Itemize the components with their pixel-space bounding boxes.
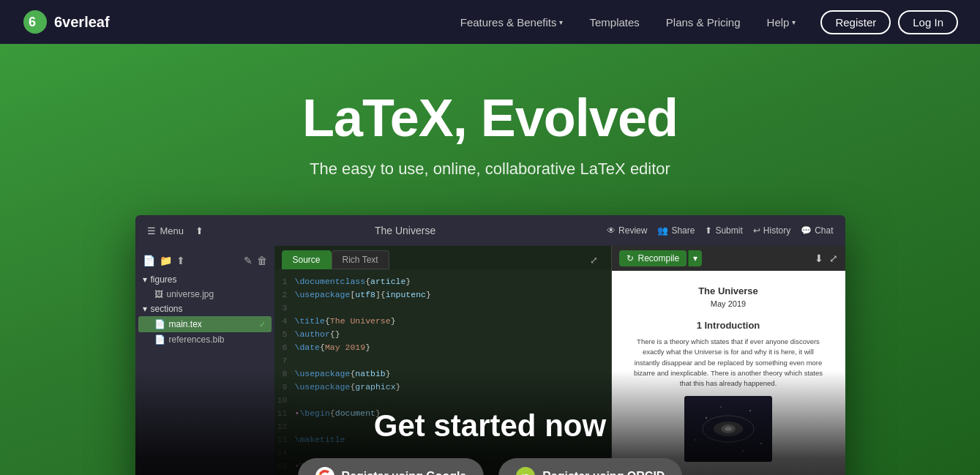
submit-button[interactable]: ⬆ Submit — [705, 225, 742, 236]
register-button[interactable]: Register — [820, 10, 891, 34]
register-orcid-button[interactable]: ID Register using ORCID — [498, 458, 682, 475]
folder-label-figures: figures — [151, 274, 177, 285]
preview-toolbar: ↻ Recompile ▾ ⬇ ⤢ — [612, 246, 845, 271]
login-button[interactable]: Log In — [898, 10, 958, 34]
bib-file-icon: 📄 — [154, 334, 165, 345]
topbar-actions: 👁 Review 👥 Share ⬆ Submit ↩ History 💬 — [607, 225, 833, 236]
tex-file-icon: 📄 — [154, 319, 165, 329]
nav-buttons: Register Log In — [820, 10, 958, 34]
hero-subtitle: The easy to use, online, collaborative L… — [15, 160, 965, 179]
recompile-dropdown[interactable]: ▾ — [688, 250, 702, 266]
folder-icon: ▾ — [143, 304, 147, 314]
upload-icon: ⬆ — [195, 225, 203, 236]
hero-title: LaTeX, Evolved — [15, 88, 965, 148]
editor-topbar: ☰ Menu ⬆ The Universe 👁 Review 👥 Share ⬆… — [135, 215, 845, 246]
chat-button[interactable]: 💬 Chat — [801, 225, 833, 236]
get-started-heading: Get started now — [374, 408, 606, 444]
tab-source[interactable]: Source — [282, 250, 332, 269]
expand-icon[interactable]: ⤢ — [584, 252, 604, 269]
preview-actions: ⬇ ⤢ — [815, 253, 838, 264]
bottom-overlay: Get started now Register using Google — [135, 370, 845, 475]
preview-section-title: 1 Introduction — [630, 320, 827, 331]
chevron-down-icon: ▾ — [792, 18, 796, 26]
nav-help[interactable]: Help ▾ — [757, 10, 807, 34]
expand-preview-icon[interactable]: ⤢ — [829, 253, 838, 264]
folder-icon: ▾ — [143, 274, 147, 285]
folder-sections[interactable]: ▾ sections — [135, 302, 274, 316]
cta-buttons: Register using Google ID Register using … — [298, 458, 683, 475]
file-universe-jpg[interactable]: 🖼 universe.jpg — [135, 287, 274, 302]
submit-icon: ⬆ — [705, 225, 712, 236]
folder-label-sections: sections — [151, 304, 183, 314]
logo-icon: 6 — [22, 9, 48, 35]
source-tabs: Source Rich Text ⤢ — [274, 246, 611, 269]
nav-features[interactable]: Features & Benefits ▾ — [450, 10, 574, 34]
history-icon: ↩ — [753, 225, 760, 236]
hero-section: LaTeX, Evolved The easy to use, online, … — [0, 44, 980, 475]
menu-button[interactable]: ☰ Menu ⬆ — [147, 225, 204, 236]
file-references-bib[interactable]: 📄 references.bib — [135, 332, 274, 347]
nav-links: Features & Benefits ▾ Templates Plans & … — [450, 10, 807, 34]
document-title: The Universe — [375, 225, 435, 236]
recompile-button[interactable]: ↻ Recompile — [619, 250, 687, 266]
file-main-tex[interactable]: 📄 main.tex ✓ — [138, 316, 272, 332]
folder-figures[interactable]: ▾ figures — [135, 272, 274, 287]
logo[interactable]: 6 6verleaf — [22, 9, 110, 35]
svg-text:6: 6 — [29, 15, 36, 29]
file-tree-toolbar: 📄 📁 ⬆ ✎ 🗑 — [135, 252, 274, 272]
menu-icon: ☰ — [147, 225, 156, 236]
preview-doc-date: May 2019 — [630, 299, 827, 308]
register-google-button[interactable]: Register using Google — [298, 458, 485, 475]
review-icon: 👁 — [607, 225, 616, 236]
review-button[interactable]: 👁 Review — [607, 225, 647, 236]
new-file-icon[interactable]: 📄 — [143, 255, 155, 266]
nav-pricing[interactable]: Plans & Pricing — [656, 10, 751, 34]
share-button[interactable]: 👥 Share — [657, 225, 695, 236]
logo-text: 6verleaf — [54, 14, 110, 31]
chat-icon: 💬 — [801, 225, 812, 236]
history-button[interactable]: ↩ History — [753, 225, 790, 236]
chevron-down-icon: ▾ — [559, 18, 563, 26]
nav-templates[interactable]: Templates — [579, 10, 649, 34]
new-folder-icon[interactable]: 📁 — [160, 255, 172, 266]
share-icon: 👥 — [657, 225, 668, 236]
delete-icon[interactable]: 🗑 — [257, 255, 267, 266]
orcid-icon: ID — [516, 467, 535, 475]
file-icon: 🖼 — [154, 289, 163, 299]
download-icon[interactable]: ⬇ — [815, 253, 823, 264]
tab-rich-text[interactable]: Rich Text — [332, 250, 389, 269]
preview-doc-title: The Universe — [630, 285, 827, 296]
check-icon: ✓ — [259, 320, 266, 329]
google-icon — [315, 467, 334, 475]
refresh-icon: ↻ — [626, 253, 634, 263]
editor-mockup: ☰ Menu ⬆ The Universe 👁 Review 👥 Share ⬆… — [135, 215, 845, 475]
navbar: 6 6verleaf Features & Benefits ▾ Templat… — [0, 0, 980, 44]
upload-files-icon[interactable]: ⬆ — [176, 255, 185, 266]
edit-icon[interactable]: ✎ — [244, 255, 253, 266]
